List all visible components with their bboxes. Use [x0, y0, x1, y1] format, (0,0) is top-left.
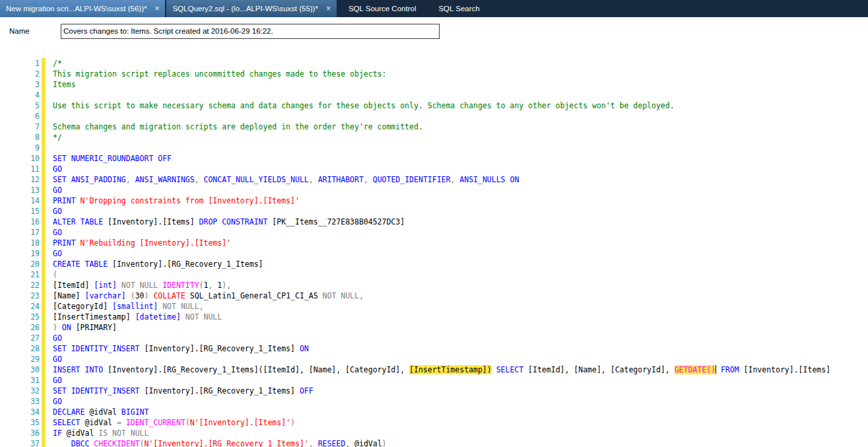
code-token: = — [117, 418, 126, 427]
change-tracking-bar — [42, 301, 46, 312]
code-line[interactable]: 23[Name] [varchar] (30) COLLATE SQL_Lati… — [0, 291, 868, 301]
code-token: @idVal — [89, 407, 121, 417]
code-line[interactable]: 34DECLARE @idVal BIGINT — [0, 407, 868, 417]
code-token: This migration script replaces uncommitt… — [53, 69, 386, 79]
code-token: ANSI_NULLS ON — [459, 175, 519, 184]
code-line[interactable]: 2This migration script replaces uncommit… — [0, 69, 868, 79]
code-line[interactable]: 21( — [0, 269, 868, 280]
code-token: GO — [53, 376, 62, 385]
code-line[interactable]: 26) ON [PRIMARY] — [0, 322, 868, 333]
code-line[interactable]: 28SET IDENTITY_INSERT [Inventory].[RG_Re… — [0, 343, 868, 354]
code-line[interactable]: 16ALTER TABLE [Inventory].[Items] DROP C… — [0, 217, 868, 227]
code-line[interactable]: 13GO — [0, 185, 868, 195]
code-line[interactable]: 12SET ANSI_PADDING, ANSI_WARNINGS, CONCA… — [0, 174, 868, 185]
line-number: 13 — [0, 185, 40, 195]
code-text: SET ANSI_PADDING, ANSI_WARNINGS, CONCAT_… — [53, 174, 519, 185]
code-token: */ — [53, 133, 62, 142]
sql-editor[interactable]: 1/*2This migration script replaces uncom… — [0, 58, 868, 447]
code-text: GO — [53, 333, 62, 343]
code-text: CREATE TABLE [Inventory].[RG_Recovery_1_… — [53, 259, 263, 269]
code-text: /* — [53, 58, 62, 69]
code-line[interactable]: 33GO — [0, 396, 868, 407]
code-token: [Inventory].[Items] — [744, 365, 831, 374]
code-line[interactable]: 3Items — [0, 79, 868, 90]
line-number: 18 — [0, 238, 40, 248]
code-text: PRINT N'Rebuilding [Inventory].[Items]' — [53, 238, 231, 248]
code-token: PRINT — [53, 196, 81, 205]
code-token: ( — [140, 439, 145, 447]
code-line[interactable]: 9 — [0, 143, 868, 153]
line-number: 23 — [0, 291, 40, 301]
code-token: N'[Inventory].[Items]' — [190, 418, 290, 427]
code-line[interactable]: 10SET NUMERIC_ROUNDABORT OFF — [0, 153, 868, 164]
close-icon[interactable]: × — [326, 5, 331, 13]
code-token: [PRIMARY] — [76, 323, 117, 332]
change-tracking-bar — [42, 69, 46, 79]
code-token: ( — [185, 418, 190, 427]
line-number: 24 — [0, 301, 40, 312]
code-token: , — [345, 439, 354, 447]
line-number: 25 — [0, 312, 40, 322]
code-token: @idVal — [67, 429, 98, 438]
line-number: 28 — [0, 343, 40, 354]
code-line[interactable]: 17GO — [0, 227, 868, 238]
code-token: ) — [290, 418, 295, 427]
line-number: 21 — [0, 269, 40, 280]
script-name-input[interactable] — [61, 24, 440, 39]
code-token: [Inventory].[RG_Recovery_1_Items]([ItemI… — [108, 365, 409, 374]
line-number: 14 — [0, 195, 40, 206]
code-token: [Inventory].[RG_Recovery_1_Items] — [112, 259, 263, 269]
code-line[interactable]: 14PRINT N'Dropping constraints from [Inv… — [0, 195, 868, 206]
change-tracking-bar — [42, 322, 46, 333]
code-token: ALTER TABLE — [53, 217, 108, 226]
code-text: SELECT @idVal = IDENT_CURRENT(N'[Invento… — [53, 417, 295, 428]
code-token: GO — [53, 207, 62, 216]
tab-label: SQLQuery2.sql - (lo...ALPI-WS\suxst (55)… — [172, 5, 317, 13]
tab-sql-source-control[interactable]: SQL Source Control — [338, 0, 426, 17]
code-line[interactable]: 19GO — [0, 248, 868, 259]
code-line[interactable]: 37 DBCC CHECKIDENT(N'[Inventory].[RG_Rec… — [0, 438, 868, 447]
code-token: RESEED — [318, 439, 346, 447]
code-line[interactable]: 15GO — [0, 206, 868, 217]
code-text: */ — [53, 132, 62, 143]
code-line[interactable]: 27GO — [0, 333, 868, 343]
code-token: , — [126, 175, 135, 184]
code-line[interactable]: 1/* — [0, 58, 868, 69]
code-line[interactable]: 22[ItemId] [int] NOT NULL IDENTITY(1, 1)… — [0, 280, 868, 291]
tab-new-migration-script[interactable]: New migration scri...ALPI-WS\suxst (56))… — [0, 0, 165, 17]
tab-sqlquery2[interactable]: SQLQuery2.sql - (lo...ALPI-WS\suxst (55)… — [166, 0, 337, 17]
code-line[interactable]: 29GO — [0, 354, 868, 364]
change-tracking-bar — [42, 111, 46, 121]
line-number: 11 — [0, 164, 40, 174]
code-line[interactable]: 6 — [0, 111, 868, 121]
code-line[interactable]: 25[InsertTimestamp] [datetime] NOT NULL — [0, 312, 868, 322]
code-line[interactable]: 5Use this script to make necessary schem… — [0, 100, 868, 111]
code-line[interactable]: 32SET IDENTITY_INSERT [Inventory].[RG_Re… — [0, 386, 868, 396]
line-number: 16 — [0, 217, 40, 227]
code-line[interactable]: 4 — [0, 90, 868, 100]
code-line[interactable]: 7Schema changes and migration scripts ar… — [0, 121, 868, 132]
code-line[interactable]: 18PRINT N'Rebuilding [Inventory].[Items]… — [0, 238, 868, 248]
code-token: IF — [53, 429, 67, 438]
code-line[interactable]: 30INSERT INTO [Inventory].[RG_Recovery_1… — [0, 364, 868, 375]
line-number: 29 — [0, 354, 40, 364]
code-line[interactable]: 35SELECT @idVal = IDENT_CURRENT(N'[Inven… — [0, 417, 868, 428]
code-line[interactable]: 31GO — [0, 375, 868, 386]
code-lines-container: 1/*2This migration script replaces uncom… — [0, 58, 868, 447]
code-token: @idVal — [354, 439, 382, 447]
code-token: ), — [222, 281, 231, 290]
code-token — [53, 439, 71, 447]
code-line[interactable]: 24[CategoryId] [smallint] NOT NULL, — [0, 301, 868, 312]
change-tracking-bar — [42, 90, 46, 100]
code-line[interactable]: 11GO — [0, 164, 868, 174]
tab-sql-search[interactable]: SQL Search — [428, 0, 490, 17]
line-number: 31 — [0, 375, 40, 386]
code-text: [Name] [varchar] (30) COLLATE SQL_Latin1… — [53, 291, 364, 301]
code-line[interactable]: 36IF @idVal IS NOT NULL — [0, 428, 868, 438]
code-line[interactable]: 20CREATE TABLE [Inventory].[RG_Recovery_… — [0, 259, 868, 269]
line-number: 30 — [0, 364, 40, 375]
code-line[interactable]: 8*/ — [0, 132, 868, 143]
code-token: [Inventory].[RG_Recovery_1_Items] — [144, 386, 299, 395]
code-token: DBCC — [71, 439, 94, 447]
close-icon[interactable]: × — [154, 5, 159, 13]
